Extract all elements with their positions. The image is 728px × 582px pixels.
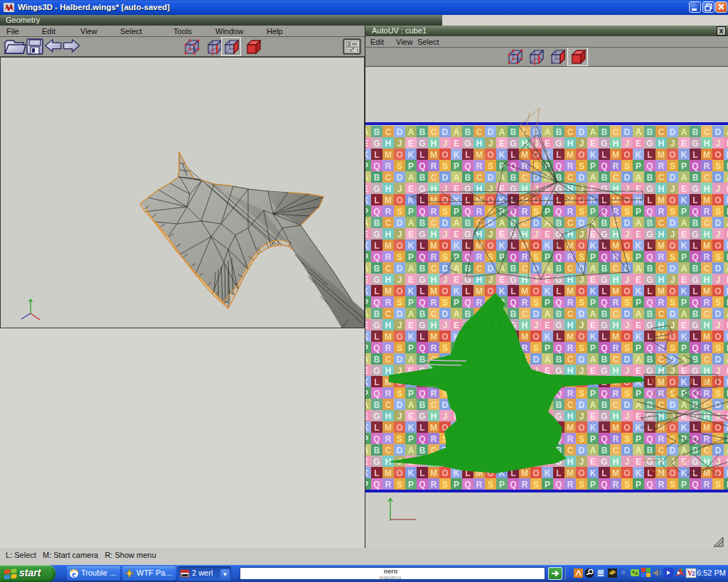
svg-text:2: 2	[692, 570, 695, 577]
